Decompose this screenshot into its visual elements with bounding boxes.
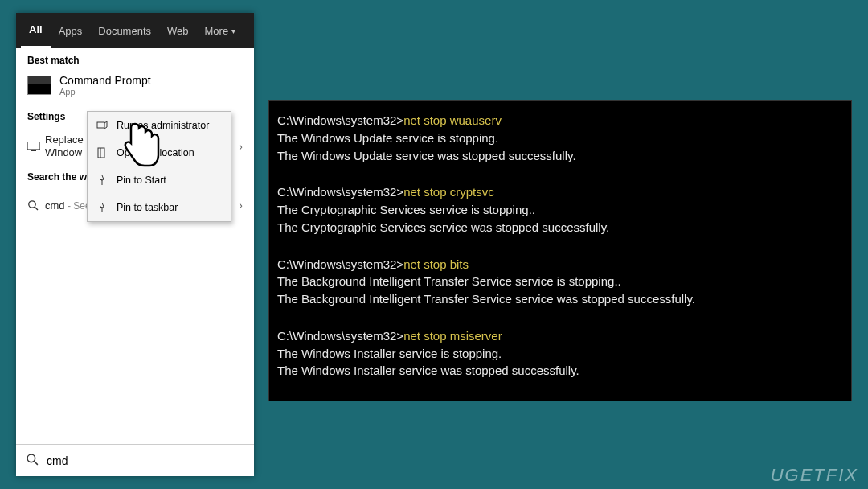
pin-icon — [96, 174, 108, 187]
best-match-title: Command Prompt — [59, 74, 151, 87]
best-match-result[interactable]: Command Prompt App — [16, 71, 254, 105]
terminal-prompt: C:\Windows\system32> — [277, 257, 403, 271]
best-match-subtitle: App — [59, 87, 151, 97]
tab-more[interactable]: More ▾ — [197, 13, 244, 48]
terminal-block: C:\Windows\system32>net stop bits The Ba… — [277, 256, 843, 308]
tab-web[interactable]: Web — [159, 13, 197, 48]
terminal-output-line: The Cryptographic Services service was s… — [277, 220, 609, 234]
terminal-output-line: The Background Intelligent Transfer Serv… — [277, 274, 621, 288]
terminal-block: C:\Windows\system32>net stop cryptsvc Th… — [277, 183, 843, 236]
terminal-block: C:\Windows\system32>net stop wuauserv Th… — [277, 112, 843, 164]
terminal-command: net stop wuauserv — [403, 113, 502, 127]
context-menu: Run as administrator Open file location … — [87, 111, 231, 222]
terminal-output-line: The Windows Update service was stopped s… — [277, 149, 576, 162]
search-bar — [16, 444, 254, 476]
pin-icon — [96, 201, 108, 214]
svg-point-2 — [29, 201, 35, 208]
ctx-pin-to-start[interactable]: Pin to Start — [88, 166, 231, 194]
command-prompt-window[interactable]: C:\Windows\system32>net stop wuauserv Th… — [268, 100, 852, 401]
tab-documents[interactable]: Documents — [90, 13, 159, 48]
display-icon — [27, 142, 45, 151]
terminal-command: net stop msiserver — [403, 329, 502, 343]
ctx-label: Run as administrator — [117, 120, 209, 131]
terminal-output-line: The Windows Installer service was stoppe… — [277, 364, 579, 377]
folder-icon — [96, 146, 108, 159]
ctx-label: Pin to taskbar — [117, 202, 178, 213]
ctx-label: Pin to Start — [117, 175, 166, 186]
search-tabs: All Apps Documents Web More ▾ — [16, 13, 254, 48]
admin-shield-icon — [96, 119, 108, 132]
svg-line-5 — [35, 461, 38, 464]
terminal-prompt: C:\Windows\system32> — [277, 185, 403, 199]
terminal-output-line: The Windows Update service is stopping. — [277, 131, 498, 145]
tab-apps[interactable]: Apps — [51, 13, 91, 48]
search-icon — [27, 199, 45, 211]
section-best-match: Best match — [16, 48, 254, 71]
svg-line-3 — [35, 207, 38, 210]
chevron-right-icon: › — [239, 140, 243, 153]
ctx-label: Open file location — [117, 147, 194, 158]
ctx-run-as-admin[interactable]: Run as administrator — [88, 112, 231, 139]
ctx-open-file-location[interactable]: Open file location — [88, 139, 231, 166]
chevron-down-icon: ▾ — [231, 27, 235, 35]
terminal-block: C:\Windows\system32>net stop msiserver T… — [277, 327, 843, 380]
tab-all[interactable]: All — [21, 13, 51, 48]
terminal-prompt: C:\Windows\system32> — [277, 113, 403, 127]
svg-rect-7 — [98, 148, 104, 158]
terminal-command: net stop bits — [403, 257, 469, 271]
tab-more-label: More — [205, 25, 229, 37]
chevron-right-icon: › — [239, 199, 243, 212]
watermark: UGETFIX — [771, 465, 858, 486]
svg-rect-0 — [27, 142, 40, 150]
terminal-output-line: The Cryptographic Services service is st… — [277, 203, 535, 216]
start-search-panel: All Apps Documents Web More ▾ Best match… — [16, 13, 254, 476]
best-match-text: Command Prompt App — [59, 74, 151, 97]
svg-rect-1 — [31, 150, 36, 151]
command-prompt-icon — [27, 76, 51, 95]
terminal-output-line: The Background Intelligent Transfer Serv… — [277, 292, 695, 306]
search-input[interactable] — [47, 454, 244, 467]
terminal-command: net stop cryptsvc — [403, 185, 494, 199]
search-icon — [26, 453, 39, 469]
terminal-output-line: The Windows Installer service is stoppin… — [277, 347, 502, 360]
svg-point-4 — [27, 454, 35, 462]
ctx-pin-to-taskbar[interactable]: Pin to taskbar — [88, 194, 231, 221]
terminal-prompt: C:\Windows\system32> — [277, 329, 403, 343]
svg-rect-6 — [97, 122, 104, 128]
